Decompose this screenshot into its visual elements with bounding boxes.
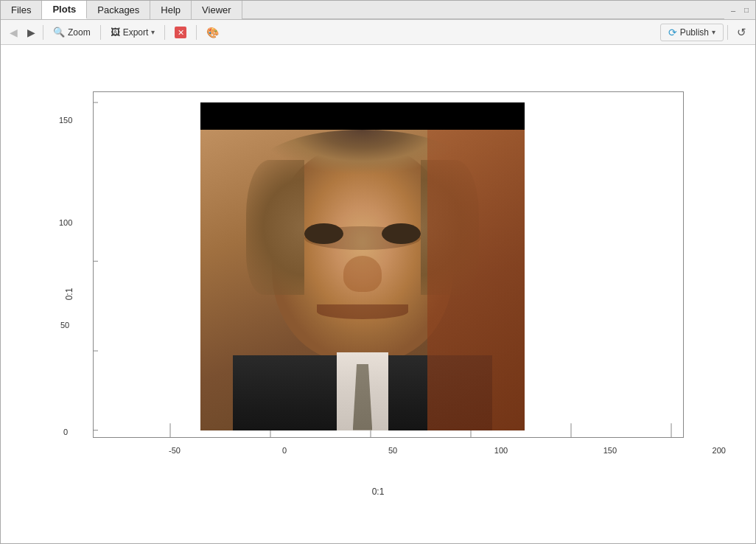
tab-files[interactable]: Files (1, 1, 42, 19)
sep3 (164, 25, 165, 40)
refresh-button[interactable]: ↺ (732, 23, 751, 42)
x-tick-0: 0 (282, 446, 287, 455)
refresh-icon: ↺ (737, 26, 746, 39)
tab-packages[interactable]: Packages (87, 1, 150, 19)
x-tick-50: 50 (388, 446, 397, 455)
y-tick-50: 50 (60, 321, 69, 329)
chart-wrapper: 0:1 0 50 100 150 (57, 80, 699, 508)
sep1 (43, 25, 43, 40)
export-label: Export (123, 27, 149, 38)
publish-button[interactable]: ⟳ Publish ▾ (660, 24, 724, 41)
tab-viewer[interactable]: Viewer (192, 1, 242, 19)
close-icon: ✕ (175, 27, 186, 38)
export-button[interactable]: 🖼 Export ▾ (105, 24, 161, 41)
sep2 (100, 25, 101, 40)
y-axis-label: 0:1 (64, 288, 74, 301)
tab-bar: Files Plots Packages Help Viewer – □ (1, 1, 755, 20)
zoom-button[interactable]: 🔍 Zoom (47, 24, 97, 41)
x-tick-100: 100 (494, 446, 508, 455)
back-button[interactable]: ◀ (5, 24, 21, 41)
toolbar: ◀ ▶ 🔍 Zoom 🖼 Export ▾ ✕ 🎨 ⟳ Publish ▾ ↺ (1, 20, 755, 45)
sep4 (196, 25, 197, 40)
forward-button[interactable]: ▶ (23, 24, 39, 41)
minimize-icon[interactable]: – (727, 6, 739, 15)
maximize-icon[interactable]: □ (741, 6, 752, 15)
export-icon: 🖼 (111, 27, 120, 38)
face-image-area (200, 130, 525, 430)
broom-button[interactable]: 🎨 (200, 24, 225, 41)
x-tick-150: 150 (603, 446, 617, 455)
image-top-bar (200, 102, 525, 130)
x-tick-neg50: -50 (169, 446, 181, 455)
x-axis-label: 0:1 (372, 487, 385, 497)
publish-dropdown-icon: ▾ (712, 28, 715, 36)
tab-help[interactable]: Help (150, 1, 192, 19)
zoom-label: Zoom (68, 27, 91, 38)
plot-area: 0:1 0 50 100 150 (1, 45, 755, 543)
y-tick-150: 150 (59, 116, 72, 125)
y-tick-100: 100 (59, 218, 72, 227)
zoom-icon: 🔍 (53, 27, 65, 38)
clear-button[interactable]: ✕ (169, 24, 192, 41)
chart-plot-area: 0 50 100 150 (93, 91, 684, 438)
tab-plots[interactable]: Plots (42, 1, 87, 19)
sep5 (727, 25, 728, 40)
export-dropdown-icon: ▾ (151, 28, 155, 36)
x-tick-200: 200 (713, 446, 726, 455)
y-tick-0: 0 (63, 428, 68, 436)
publish-icon: ⟳ (668, 27, 677, 38)
main-panel: Files Plots Packages Help Viewer – □ ◀ ▶… (0, 0, 756, 544)
publish-label: Publish (680, 27, 709, 38)
broom-icon: 🎨 (206, 27, 219, 38)
